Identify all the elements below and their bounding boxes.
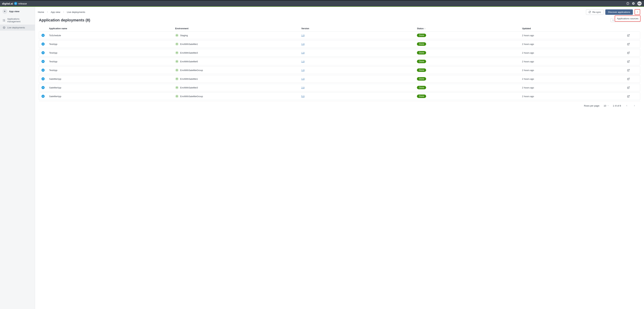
version-link[interactable]: 1.0 xyxy=(301,43,304,45)
sidebar-item-applications-management[interactable]: Applications management xyxy=(0,16,35,24)
more-actions-menu: Applications sources xyxy=(615,15,640,21)
external-link-icon[interactable] xyxy=(627,69,638,71)
svg-point-12 xyxy=(43,44,44,44)
help-icon[interactable] xyxy=(626,2,629,5)
svg-point-8 xyxy=(637,12,638,12)
cell-env-name: EnvWithSatelliteGroup xyxy=(180,69,203,71)
resync-button[interactable]: Re-sync xyxy=(586,9,604,15)
pagination: Rows per page: 10 1–8 of 8 xyxy=(39,101,640,111)
cell-app-name: ToSchedule xyxy=(49,34,175,37)
top-actions: RA xyxy=(626,1,642,5)
page-range: 1–8 of 8 xyxy=(613,104,621,107)
cell-env-name: EnvWithSatellite1 xyxy=(180,43,198,45)
cell-app-name: TestApp xyxy=(49,60,175,63)
cell-app-name: TestApp xyxy=(49,69,175,71)
cell-updated: 2 hours ago xyxy=(522,78,627,80)
col-header-upd[interactable]: Updated xyxy=(522,27,627,30)
product-name: release xyxy=(18,2,27,5)
sidebar-header: App view xyxy=(0,7,35,16)
table-row[interactable]: TestApp EnvWithSatelliteGroup 1.0 Done 2… xyxy=(39,66,640,74)
environment-icon xyxy=(175,60,179,63)
cell-updated: 2 hours ago xyxy=(522,34,627,37)
external-link-icon[interactable] xyxy=(627,60,638,63)
svg-point-18 xyxy=(43,96,44,97)
status-badge: Done xyxy=(417,77,426,81)
svg-point-14 xyxy=(43,61,44,62)
cell-updated: 2 hours ago xyxy=(522,95,627,98)
next-page-button[interactable] xyxy=(632,104,636,108)
svg-point-7 xyxy=(637,11,638,11)
cell-updated: 2 hours ago xyxy=(522,51,627,54)
version-link[interactable]: 2.0 xyxy=(301,86,304,89)
version-link[interactable]: 1.0 xyxy=(301,78,304,80)
table-row[interactable]: TestApp EnvWithSatellite1 1.0 Done 2 hou… xyxy=(39,40,640,48)
external-link-icon[interactable] xyxy=(627,34,638,37)
table-row[interactable]: SatelliteApp EnvWithSatellite1 1.0 Done … xyxy=(39,75,640,83)
col-header-env[interactable]: Environment xyxy=(175,27,301,30)
external-link-icon[interactable] xyxy=(627,78,638,80)
col-header-app[interactable]: Application name xyxy=(49,27,175,30)
sidebar-item-label: Live deployments xyxy=(7,26,25,29)
svg-point-10 xyxy=(612,19,614,21)
svg-rect-6 xyxy=(4,20,5,21)
rows-per-page-select[interactable]: 10 xyxy=(604,104,609,107)
crumb-live-deployments[interactable]: Live deployments xyxy=(67,11,85,13)
version-link[interactable]: 5.0 xyxy=(301,95,304,98)
cell-app-name: TestApp xyxy=(49,43,175,45)
table-row[interactable]: TestApp EnvWithSatellite3 1.0 Done 2 hou… xyxy=(39,49,640,56)
settings-icon[interactable] xyxy=(632,2,635,5)
cell-updated: 2 hours ago xyxy=(522,60,627,63)
cell-updated: 2 hours ago xyxy=(522,69,627,71)
refresh-icon xyxy=(588,11,591,13)
deployments-table: Application name Environment Version Sta… xyxy=(35,24,644,100)
environment-icon xyxy=(175,51,179,54)
sidebar-item-live-deployments[interactable]: Live deployments xyxy=(0,24,35,31)
sort-asc-icon: ↑ xyxy=(424,27,426,30)
app-icon xyxy=(42,77,44,80)
external-link-icon[interactable] xyxy=(627,86,638,89)
environment-icon xyxy=(175,86,179,89)
back-button[interactable] xyxy=(2,9,7,14)
environment-icon xyxy=(175,42,179,46)
discover-applications-button[interactable]: Discover applications xyxy=(605,9,633,15)
table-header: Application name Environment Version Sta… xyxy=(39,24,640,31)
resync-label: Re-sync xyxy=(592,11,601,13)
version-link[interactable]: 1.0 xyxy=(301,60,304,63)
table-row[interactable]: TestApp EnvWithSatellite5 1.0 Done 2 hou… xyxy=(39,58,640,65)
crumb-home[interactable]: Home xyxy=(38,11,44,13)
status-badge: Done xyxy=(417,94,426,98)
cell-env-name: EnvWithSatellite3 xyxy=(180,51,198,54)
app-icon xyxy=(42,60,44,63)
prev-page-button[interactable] xyxy=(625,104,629,108)
cell-updated: 2 hours ago xyxy=(522,86,627,89)
svg-point-3 xyxy=(3,19,4,20)
avatar[interactable]: RA xyxy=(638,1,642,5)
version-link[interactable]: 1.0 xyxy=(301,51,304,54)
version-link[interactable]: 1.0 xyxy=(301,34,304,37)
crumb-app-view[interactable]: App view xyxy=(51,11,60,13)
external-link-icon[interactable] xyxy=(627,95,638,98)
environment-icon xyxy=(175,77,179,81)
table-row[interactable]: SatelliteApp EnvWithSatelliteGroup 5.0 D… xyxy=(39,92,640,100)
external-link-icon[interactable] xyxy=(627,43,638,45)
col-header-ver[interactable]: Version xyxy=(301,27,417,30)
status-badge: Done xyxy=(417,86,426,89)
more-actions-button[interactable] xyxy=(634,9,640,15)
table-row[interactable]: SatelliteApp EnvWithSatellite3 2.0 Done … xyxy=(39,84,640,91)
svg-point-9 xyxy=(637,12,638,13)
svg-point-11 xyxy=(43,35,44,36)
cell-app-name: SatelliteApp xyxy=(49,95,175,98)
table-row[interactable]: ToSchedule Staging 1.0 Done 2 hours ago xyxy=(39,31,640,39)
version-link[interactable]: 1.0 xyxy=(301,69,304,71)
svg-point-5 xyxy=(3,20,4,21)
cell-updated: 2 hours ago xyxy=(522,43,627,45)
external-link-icon[interactable] xyxy=(627,51,638,54)
cell-env-name: Staging xyxy=(180,34,188,37)
col-header-status[interactable]: Status↑ xyxy=(417,27,522,30)
chevron-right-icon xyxy=(46,11,48,13)
cell-app-name: TestApp xyxy=(49,51,175,54)
svg-point-13 xyxy=(43,52,44,53)
page-title: Application deployments (8) xyxy=(39,18,90,22)
sidebar: App view Applications management Live de… xyxy=(0,7,35,309)
menu-item-applications-sources[interactable]: Applications sources xyxy=(617,17,638,20)
